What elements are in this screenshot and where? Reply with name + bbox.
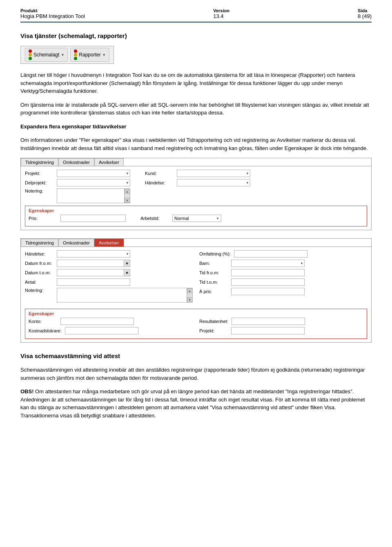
form2-right-col: Omfattning (%): Barn: ▼ T: [199, 250, 367, 305]
product-name: Hogia PBM Integration Tool: [20, 13, 85, 19]
textarea-notering-2[interactable]: ▲ ▼: [57, 288, 193, 303]
form1-tabs: Tidregistrering Omkostnader Avvikelser: [21, 158, 371, 166]
form2-row-notering: Notering: ▲ ▼: [25, 288, 193, 303]
tl2-green: [74, 57, 77, 60]
label-resultatenhet: Resultatenhet:: [199, 319, 228, 324]
tab-tidregistrering-1[interactable]: Tidregistrering: [21, 158, 58, 166]
input-konto[interactable]: [60, 318, 134, 325]
form2-row-handelse: Händelse: ▼: [25, 250, 193, 258]
label-barn: Barn:: [199, 261, 228, 266]
textarea-notering[interactable]: ▲ ▼: [57, 188, 130, 203]
tl2-yellow: [74, 53, 77, 56]
select-delprojekt[interactable]: ▼: [57, 179, 130, 186]
version-label: Version: [213, 8, 229, 13]
label-konto: Konto:: [29, 319, 57, 324]
rapporter-button[interactable]: Rapporter ▼: [70, 48, 109, 62]
section3-para1: Schemaavstämningen vid attestering inneb…: [20, 366, 372, 382]
input-omfattning[interactable]: [234, 250, 307, 258]
date-from-input[interactable]: [57, 260, 124, 267]
date-to-input[interactable]: [57, 269, 124, 276]
form2-row-tid-to: Tid t.o.m:: [199, 278, 367, 286]
page-label: Sida: [358, 8, 372, 13]
label-projekt: Projekt:: [25, 171, 53, 176]
egenskaper2-row-kostnad: Kostnadsbärare:: [29, 327, 193, 334]
input-projekt-2[interactable]: [231, 327, 305, 334]
form2-tabs: Tidregistrering Omkostnader Avvikelser: [21, 239, 371, 247]
label-arbetstid: Arbetstid:: [140, 216, 169, 221]
input-datum-to[interactable]: ■: [57, 269, 130, 276]
tl-green: [29, 57, 32, 60]
section2-heading-text: Expandera flera egenskaper tid/avvikelse…: [20, 123, 126, 130]
form2-left-col: Händelse: ▼ Datum fr.o.m: ■: [25, 250, 193, 305]
label-tid-from: Tid fr.o.m:: [199, 270, 228, 275]
egenskaper-title-2: Egenskaper: [29, 311, 363, 316]
tab-omkostnader-2[interactable]: Omkostnader: [58, 239, 94, 247]
tab-tidregistrering-2[interactable]: Tidregistrering: [21, 239, 58, 247]
scroll-up-icon[interactable]: ▲: [125, 189, 130, 194]
form2-row-datum-from: Datum fr.o.m: ■: [25, 260, 193, 267]
select-handelse-2[interactable]: ▼: [57, 250, 130, 258]
chevron-down2-icon: ▼: [102, 53, 106, 57]
form2-body: Händelse: ▼ Datum fr.o.m: ■: [21, 247, 371, 342]
egenskaper-section-1: Egenskaper Pris: Arbetstid: Normal ▼: [25, 206, 367, 226]
scroll2-down-icon[interactable]: ▼: [187, 297, 193, 302]
input-tid-from[interactable]: [231, 269, 305, 276]
calendar-from-icon[interactable]: ■: [124, 260, 130, 267]
chevron-down-icon: ▼: [61, 53, 64, 57]
tab-avvikelser-2[interactable]: Avvikelser: [94, 239, 124, 247]
select-handelse[interactable]: ▼: [177, 179, 250, 186]
egenskaper2-right: Resultatenhet: Projekt:: [199, 318, 363, 336]
form-panel-1: Tidregistrering Omkostnader Avvikelser P…: [20, 158, 372, 230]
label-pris: Pris:: [29, 216, 57, 221]
label-delprojekt: Delprojekt:: [25, 180, 53, 185]
select-kund[interactable]: ▼: [177, 170, 250, 177]
input-pris[interactable]: [60, 215, 126, 222]
header-version: Version 13.4: [213, 8, 229, 19]
label-datum-to: Datum t.o.m:: [25, 270, 53, 275]
chevron-down3-icon: ▼: [126, 172, 129, 175]
header-product: Produkt Hogia PBM Integration Tool: [20, 8, 85, 19]
form2-row-apris: À pris:: [199, 288, 367, 295]
scroll2-up-icon[interactable]: ▲: [187, 288, 193, 293]
form2-row-omfattning: Omfattning (%):: [199, 250, 367, 258]
scrollbar-notering[interactable]: ▲ ▼: [124, 189, 130, 203]
label-notering: Notering:: [25, 188, 53, 193]
input-apris[interactable]: [231, 288, 305, 295]
input-kostnadsbärare[interactable]: [65, 327, 138, 334]
tl-yellow: [29, 53, 32, 56]
form2-columns: Händelse: ▼ Datum fr.o.m: ■: [25, 250, 367, 305]
egenskaper2-columns: Konto: Kostnadsbärare: Resultatenhet:: [29, 318, 363, 336]
product-label: Produkt: [20, 8, 85, 13]
page: Produkt Hogia PBM Integration Tool Versi…: [0, 0, 392, 547]
label-notering-2: Notering:: [25, 288, 53, 293]
input-datum-from[interactable]: ■: [57, 260, 130, 267]
label-omfattning: Omfattning (%):: [199, 251, 231, 256]
tl-red: [29, 49, 32, 53]
form2-row-datum-to: Datum t.o.m: ■: [25, 269, 193, 276]
scrollbar-notering-2[interactable]: ▲ ▼: [187, 288, 192, 302]
egenskaper2-row-projekt: Projekt:: [199, 327, 363, 334]
menu-simulation: Schemalagt ▼ Rapporter ▼: [20, 46, 114, 64]
form2-row-barn: Barn: ▼: [199, 260, 367, 267]
form1-row-1: Projekt: ▼ Kund: ▼: [25, 170, 367, 177]
calendar-to-icon[interactable]: ■: [124, 269, 130, 276]
egenskaper2-row-konto: Konto:: [29, 318, 193, 325]
tab-avvikelser-1[interactable]: Avvikelser: [94, 158, 124, 166]
form1-body: Projekt: ▼ Kund: ▼ Delprojekt:: [21, 166, 371, 230]
egenskaper-title-1: Egenskaper: [29, 208, 363, 213]
label-tid-to: Tid t.o.m:: [199, 280, 228, 285]
schemalagt-button[interactable]: Schemalagt ▼: [25, 48, 68, 62]
input-tid-to[interactable]: [231, 278, 305, 286]
form1-row-2: Delprojekt: ▼ Händelse: ▼: [25, 179, 367, 186]
label-datum-from: Datum fr.o.m:: [25, 261, 53, 266]
arbetstid-value: Normal: [174, 216, 216, 221]
schemalagt-label: Schemalagt: [33, 52, 59, 58]
scroll-down-icon[interactable]: ▼: [125, 198, 130, 203]
form2-row-antal: Antal:: [25, 278, 193, 286]
select-barn[interactable]: ▼: [231, 260, 305, 267]
input-resultatenhet[interactable]: [232, 318, 305, 325]
section3-title: Visa schemaavstämning vid attest: [20, 352, 372, 359]
input-antal[interactable]: [57, 278, 130, 286]
tab-omkostnader-1[interactable]: Omkostnader: [58, 158, 94, 166]
select-projekt[interactable]: ▼: [57, 170, 130, 177]
